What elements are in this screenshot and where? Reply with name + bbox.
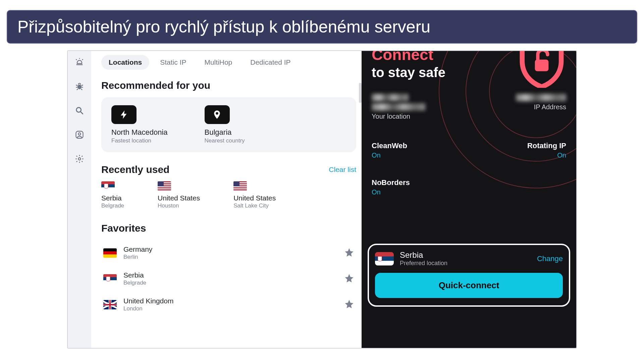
caption-bar: Přizpůsobitelný pro rychlý přístup k obl… xyxy=(7,10,637,44)
svg-point-5 xyxy=(78,158,81,160)
tab-locations[interactable]: Locations xyxy=(101,55,149,70)
star-icon[interactable] xyxy=(344,247,354,259)
flag-us-icon xyxy=(158,181,171,191)
change-link[interactable]: Change xyxy=(537,254,563,263)
fav-city: Berlin xyxy=(123,254,337,260)
star-icon[interactable] xyxy=(344,299,354,310)
tab-multihop[interactable]: MultiHop xyxy=(197,55,239,70)
connection-panel: Connect to stay safe xx xx Your location… xyxy=(362,51,576,348)
recent-city: Salt Lake City xyxy=(233,202,276,209)
quick-connect-box: Serbia Preferred location Change Quick-c… xyxy=(368,244,570,307)
recent-country: United States xyxy=(158,194,200,202)
features-row-1: CleanWeb On Rotating IP On xyxy=(372,141,566,159)
recent-item-serbia[interactable]: Serbia Belgrade xyxy=(101,181,124,209)
svg-point-0 xyxy=(77,84,82,89)
preferred-country: Serbia xyxy=(400,250,531,260)
app-window: Locations Static IP MultiHop Dedicated I… xyxy=(67,50,577,349)
recommended-fastest[interactable]: North Macedonia Fastest location xyxy=(111,105,168,144)
reco-title: North Macedonia xyxy=(111,128,168,137)
svg-line-2 xyxy=(81,112,83,114)
reco-subtitle: Nearest country xyxy=(205,137,245,144)
svg-point-1 xyxy=(76,108,81,112)
recent-item-us-houston[interactable]: United States Houston xyxy=(158,181,200,209)
rotating-ip-status: On xyxy=(557,152,566,159)
flag-serbia-icon xyxy=(103,274,117,284)
reco-subtitle: Fastest location xyxy=(111,137,151,144)
svg-point-4 xyxy=(78,133,81,135)
connect-subtitle: to stay safe xyxy=(372,65,445,80)
fav-country: Germany xyxy=(123,245,337,253)
recent-city: Houston xyxy=(158,202,200,209)
main-panel: Locations Static IP MultiHop Dedicated I… xyxy=(91,51,363,348)
shield-unlocked-icon xyxy=(517,51,567,88)
user-icon[interactable] xyxy=(75,130,84,141)
ip-address-label: IP Address xyxy=(534,103,566,111)
recent-item-us-slc[interactable]: United States Salt Lake City xyxy=(233,181,276,209)
tab-dedicated-ip[interactable]: Dedicated IP xyxy=(243,55,298,70)
your-location-value-2: xx xyxy=(372,103,425,111)
favorite-item-uk[interactable]: United Kingdom London xyxy=(101,292,356,317)
favorite-item-serbia[interactable]: Serbia Belgrade xyxy=(101,266,356,292)
caption-text: Přizpůsobitelný pro rychlý přístup k obl… xyxy=(17,17,430,37)
noborders-status: On xyxy=(372,188,410,196)
favorites-heading: Favorites xyxy=(101,223,356,234)
recommended-nearest[interactable]: Bulgaria Nearest country xyxy=(205,105,245,144)
gear-icon[interactable] xyxy=(75,154,84,165)
quick-connect-button[interactable]: Quick-connect xyxy=(375,273,563,298)
recent-country: Serbia xyxy=(101,194,124,202)
connect-header: Connect to stay safe xyxy=(372,51,445,80)
search-icon[interactable] xyxy=(75,106,84,117)
svg-rect-6 xyxy=(535,60,549,71)
clear-list-link[interactable]: Clear list xyxy=(329,166,356,174)
flag-uk-icon xyxy=(103,300,117,309)
tab-static-ip[interactable]: Static IP xyxy=(153,55,194,70)
fav-country: Serbia xyxy=(123,271,337,279)
favorite-item-germany[interactable]: Germany Berlin xyxy=(101,240,356,266)
ip-address-value: xx xyxy=(516,94,566,101)
flag-us-icon xyxy=(233,181,247,191)
recommended-heading: Recommended for you xyxy=(101,80,356,91)
fav-city: Belgrade xyxy=(123,280,337,286)
reco-title: Bulgaria xyxy=(205,128,232,137)
alert-icon[interactable] xyxy=(75,58,84,68)
features-row-2: NoBorders On xyxy=(372,178,566,196)
recommended-panel: North Macedonia Fastest location Bulgari… xyxy=(101,97,356,152)
flag-serbia-icon xyxy=(101,181,115,191)
fav-country: United Kingdom xyxy=(123,297,337,305)
recently-heading: Recently used xyxy=(101,164,169,175)
preferred-subtitle: Preferred location xyxy=(400,260,531,267)
noborders-label: NoBorders xyxy=(372,178,410,187)
recently-header: Recently used Clear list xyxy=(101,164,356,175)
scrollbar-thumb[interactable] xyxy=(359,83,362,103)
flag-germany-icon xyxy=(103,248,117,258)
tab-bar: Locations Static IP MultiHop Dedicated I… xyxy=(101,55,356,70)
your-location-label: Your location xyxy=(372,113,425,120)
fav-city: London xyxy=(123,305,337,312)
recent-country: United States xyxy=(233,194,276,202)
location-ip-row: xx xx Your location xx IP Address xyxy=(372,94,566,120)
pin-icon xyxy=(205,105,230,124)
rotating-ip-label: Rotating IP xyxy=(527,141,566,150)
bug-icon[interactable] xyxy=(75,82,84,93)
cleanweb-status: On xyxy=(372,152,407,159)
cleanweb-label: CleanWeb xyxy=(372,141,407,150)
preferred-location-row: Serbia Preferred location Change xyxy=(375,250,563,267)
recently-row: Serbia Belgrade United States Houston Un… xyxy=(101,181,356,209)
bolt-icon xyxy=(111,105,137,124)
sidebar-rail xyxy=(68,51,91,348)
star-icon[interactable] xyxy=(344,273,354,285)
your-location-value: xx xyxy=(372,94,409,101)
flag-serbia-icon xyxy=(375,252,394,265)
recent-city: Belgrade xyxy=(101,202,124,209)
connect-title: Connect xyxy=(372,51,445,62)
